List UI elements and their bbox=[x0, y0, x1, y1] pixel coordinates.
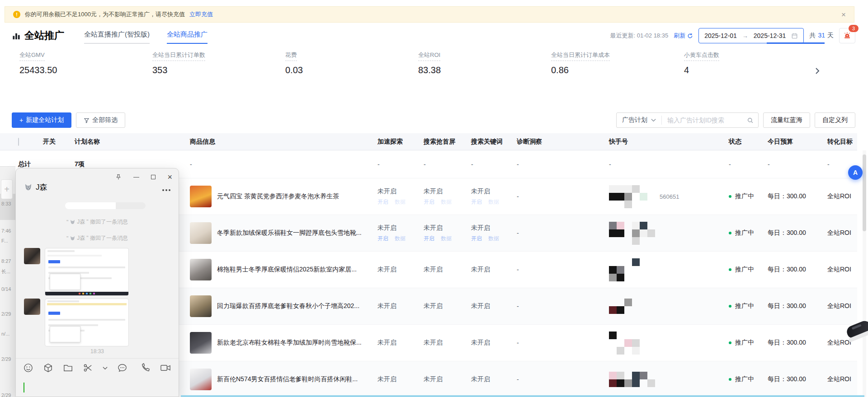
data-link[interactable]: 数据 bbox=[395, 198, 406, 206]
chat-list-item[interactable]: 7:46 bbox=[1, 228, 11, 234]
filter-all-button[interactable]: 全部筛选 bbox=[76, 112, 125, 128]
add-chat-button[interactable]: + bbox=[1, 179, 13, 199]
active-date-underline bbox=[767, 42, 825, 44]
screenshot-scissors-icon[interactable] bbox=[83, 363, 93, 373]
toolbar-right: 广告计划 流量红蓝海 自定义列 bbox=[616, 112, 855, 128]
search-scope-select[interactable]: 广告计划 bbox=[617, 116, 661, 124]
select-all-checkbox[interactable] bbox=[18, 138, 19, 146]
enable-link[interactable]: 开启 bbox=[471, 235, 482, 243]
chevron-down-icon[interactable] bbox=[103, 366, 108, 370]
refresh-icon bbox=[687, 33, 693, 39]
date-end[interactable]: 2025-12-31 bbox=[754, 32, 786, 39]
status-dot bbox=[729, 305, 731, 308]
chat-list-item[interactable]: 长... bbox=[1, 268, 10, 275]
vertical-scrollbar-thumb[interactable] bbox=[863, 154, 866, 231]
enable-link[interactable]: 开启 bbox=[424, 198, 434, 206]
enable-link[interactable]: 开启 bbox=[424, 235, 434, 243]
sender-avatar[interactable] bbox=[24, 248, 40, 264]
close-icon[interactable]: × bbox=[167, 173, 172, 181]
summary-count: 7项 bbox=[75, 160, 190, 168]
enable-link[interactable]: 开启 bbox=[471, 198, 482, 206]
budget-cell: 每日：300.00 bbox=[768, 302, 827, 310]
chevron-down-icon bbox=[651, 118, 656, 122]
data-link[interactable]: 数据 bbox=[488, 235, 499, 243]
stat-cart-clicks: 小黄车点击数 4 bbox=[665, 51, 797, 84]
custom-columns-button[interactable]: 自定义列 bbox=[815, 112, 855, 128]
chat-list-item[interactable]: 0/14 bbox=[1, 286, 11, 292]
minimize-icon[interactable] bbox=[133, 177, 139, 177]
product-thumbnail bbox=[190, 186, 212, 207]
chat-history-bubble-icon[interactable] bbox=[117, 363, 127, 373]
bar-chart-icon bbox=[12, 32, 21, 40]
plus-icon: + bbox=[19, 117, 23, 124]
screenshot-attachment[interactable] bbox=[45, 248, 129, 296]
last-update-text: 最近更新: 01-02 18:35 bbox=[610, 32, 669, 40]
chat-list-item[interactable]: F... bbox=[1, 238, 8, 243]
product-title: 冬季新款加绒保暖乐福鞋女一脚蹬厚底包头雪地靴... bbox=[217, 229, 362, 237]
assistant-float-button[interactable]: A bbox=[848, 165, 863, 180]
stats-row: 全站GMV 25433.50 全站当日累计订单数 353 花费 0.03 全站R… bbox=[0, 51, 809, 84]
enable-link[interactable]: 开启 bbox=[377, 235, 388, 243]
chat-list-item[interactable]: n/... bbox=[1, 331, 9, 336]
video-call-icon[interactable] bbox=[160, 363, 171, 373]
col-product-info: 商品信息 bbox=[190, 138, 377, 146]
chat-list-item[interactable]: 2/29 bbox=[1, 356, 11, 362]
search-icon[interactable] bbox=[747, 117, 758, 124]
traffic-red-blue-button[interactable]: 流量红蓝海 bbox=[763, 112, 810, 128]
data-link[interactable]: 数据 bbox=[441, 198, 452, 206]
pin-icon[interactable] bbox=[115, 174, 122, 180]
file-transfer-cube-icon[interactable] bbox=[43, 363, 53, 373]
window-controls: × bbox=[115, 173, 172, 181]
create-campaign-button[interactable]: + 新建全站计划 bbox=[12, 112, 71, 128]
product-thumbnail bbox=[190, 222, 212, 244]
screenshot-attachment[interactable] bbox=[45, 299, 129, 346]
date-range-picker[interactable]: 2025-12-01 → 2025-12-31 bbox=[698, 28, 804, 43]
tab-product-promotion[interactable]: 全站商品推广 bbox=[167, 30, 208, 44]
data-link[interactable]: 数据 bbox=[441, 235, 452, 243]
budget-cell: 每日：300.00 bbox=[768, 266, 827, 274]
page-title: 全站推广 bbox=[12, 29, 64, 42]
chat-list-item[interactable]: 8:33 bbox=[1, 201, 11, 206]
col-accelerate: 加速探索 bbox=[377, 138, 424, 146]
message-input-caret[interactable] bbox=[24, 383, 24, 392]
enable-link[interactable]: 开启 bbox=[377, 198, 388, 206]
redacted-message-pill bbox=[65, 202, 146, 209]
status-dot bbox=[729, 195, 731, 198]
status-dot bbox=[729, 232, 731, 234]
summary-label: 总计 bbox=[18, 160, 43, 168]
col-plan-name: 计划名称 bbox=[75, 138, 190, 146]
refresh-button[interactable]: 刷新 bbox=[674, 32, 693, 40]
chat-list-item[interactable]: 8:27 bbox=[1, 258, 11, 264]
sender-avatar[interactable] bbox=[24, 299, 40, 315]
chat-list-item[interactable]: 2/29 bbox=[1, 392, 11, 397]
chat-list-item[interactable]: 2/29 bbox=[1, 311, 11, 317]
tab-live-promotion[interactable]: 全站直播推广(智投版) bbox=[84, 30, 150, 44]
date-start[interactable]: 2025-12-01 bbox=[704, 32, 737, 39]
redacted-account-mosaic bbox=[609, 222, 655, 245]
budget-cell: 每日：300.00 bbox=[768, 375, 827, 383]
divider bbox=[16, 358, 179, 359]
campaign-id-search-input[interactable] bbox=[662, 117, 747, 124]
account-id-fragment: 560651 bbox=[660, 193, 679, 200]
maximize-icon[interactable] bbox=[151, 175, 156, 179]
chat-more-icon[interactable] bbox=[162, 189, 170, 191]
status-dot bbox=[729, 378, 731, 381]
data-link[interactable]: 数据 bbox=[395, 235, 406, 243]
folder-icon[interactable] bbox=[63, 363, 73, 373]
siren-icon bbox=[843, 32, 851, 40]
alarm-badge: 3 bbox=[849, 25, 859, 32]
target-cell: 全站ROI bbox=[827, 192, 857, 201]
product-title: 棉拖鞋男士冬季厚底保暖情侣2025新款室内家居... bbox=[217, 266, 357, 274]
emoji-icon[interactable] bbox=[23, 363, 33, 373]
voice-call-icon[interactable] bbox=[140, 363, 151, 373]
warning-icon: ! bbox=[13, 11, 20, 18]
alarm-notification-button[interactable]: 3 bbox=[839, 28, 855, 43]
data-link[interactable]: 数据 bbox=[488, 198, 499, 206]
stats-next-chevron-icon[interactable] bbox=[814, 67, 821, 75]
recharge-link[interactable]: 立即充值 bbox=[189, 10, 213, 19]
product-thumbnail bbox=[190, 332, 212, 354]
stat-order-cost: 全站当日累计订单成本 0.86 bbox=[532, 51, 665, 84]
date-arrow: → bbox=[742, 33, 748, 39]
banner-close-icon[interactable]: × bbox=[841, 11, 846, 19]
warning-text: 你的可用余额已不足1000元，为不影响正常推广，请尽快充值 bbox=[25, 10, 185, 19]
